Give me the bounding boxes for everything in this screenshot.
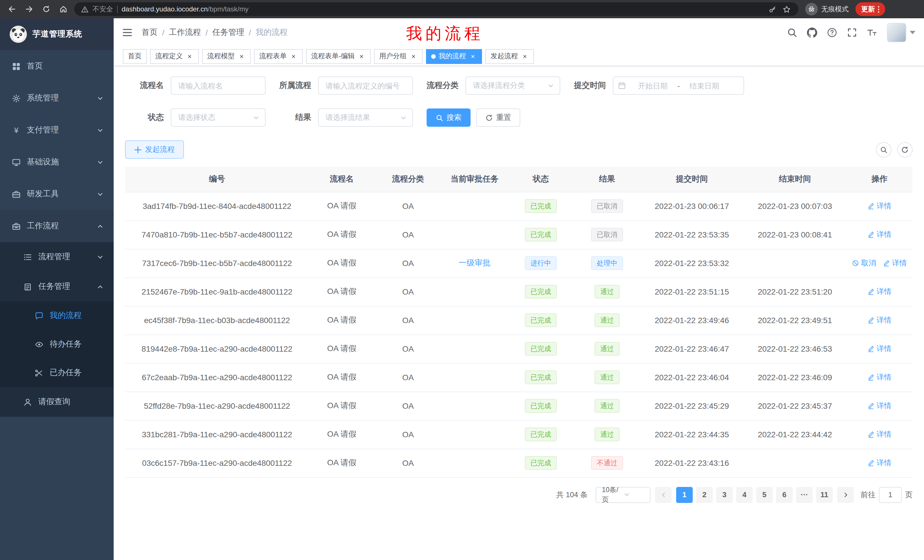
list-icon — [23, 253, 33, 261]
tab-发起流程[interactable]: 发起流程× — [485, 49, 534, 64]
cell-actions[interactable]: 详情 — [846, 449, 913, 477]
parent-process-input[interactable] — [318, 76, 413, 95]
tab-我的流程[interactable]: 我的流程× — [426, 49, 482, 64]
cell-actions[interactable]: 详情 — [846, 363, 913, 392]
current-task-link[interactable]: 一级审批 — [459, 258, 490, 267]
page-button-6[interactable]: 6 — [776, 487, 793, 503]
result-badge: 通过 — [594, 370, 620, 384]
sidebar-item-task-mgmt[interactable]: 任务管理 — [0, 272, 114, 301]
cell-actions[interactable]: 详情 — [846, 220, 913, 249]
github-icon[interactable] — [807, 27, 817, 38]
forward-icon[interactable] — [23, 3, 35, 15]
sidebar-item-done-task[interactable]: 已办任务 — [0, 358, 114, 387]
sidebar-item-system-mgmt[interactable]: 系统管理 — [0, 82, 114, 114]
user-menu[interactable] — [887, 23, 915, 42]
detail-button[interactable]: 详情 — [867, 372, 891, 382]
cell-actions[interactable]: 取消详情 — [846, 249, 913, 277]
sidebar-item-my-process[interactable]: 我的流程 — [0, 301, 114, 330]
tab-流程表单[interactable]: 流程表单× — [254, 49, 303, 64]
cell-actions[interactable]: 详情 — [846, 334, 913, 363]
close-icon[interactable]: × — [238, 52, 246, 60]
start-date-input[interactable] — [629, 81, 676, 90]
cell-actions[interactable]: 详情 — [846, 192, 913, 220]
breadcrumb-task-mgmt[interactable]: 任务管理 — [213, 27, 244, 38]
close-icon[interactable]: × — [410, 52, 417, 60]
page-button-5[interactable]: 5 — [756, 487, 772, 503]
prev-page-button[interactable] — [655, 487, 672, 503]
sidebar-item-payment-mgmt[interactable]: ¥支付管理 — [0, 114, 114, 146]
page-button-1[interactable]: 1 — [676, 487, 693, 503]
sidebar-item-process-mgmt[interactable]: 流程管理 — [0, 242, 114, 272]
detail-button[interactable]: 详情 — [867, 401, 891, 411]
next-page-button[interactable] — [837, 487, 854, 503]
sidebar-item-infrastructure[interactable]: 基础设施 — [0, 146, 114, 178]
process-name-input[interactable] — [171, 76, 266, 95]
cell-actions[interactable]: 详情 — [846, 420, 913, 449]
detail-button[interactable]: 详情 — [867, 458, 891, 468]
status-badge: 已完成 — [525, 428, 557, 441]
back-icon[interactable] — [6, 3, 18, 15]
submit-time-range-picker[interactable]: - — [613, 76, 744, 95]
update-button[interactable]: 更新 — [855, 2, 885, 16]
close-icon[interactable]: × — [521, 52, 529, 60]
close-icon[interactable]: × — [357, 52, 366, 60]
home-button-icon[interactable] — [57, 3, 70, 15]
cancel-button[interactable]: 取消 — [852, 258, 876, 268]
hide-search-button[interactable] — [876, 142, 891, 157]
sidebar-item-leave-query[interactable]: 请假查询 — [0, 387, 114, 417]
close-icon[interactable]: × — [469, 52, 477, 60]
sidebar-item-dev-tools[interactable]: 研发工具 — [0, 178, 114, 210]
detail-button[interactable]: 详情 — [867, 229, 891, 240]
detail-button[interactable]: 详情 — [867, 429, 891, 440]
end-date-input[interactable] — [681, 81, 728, 90]
sidebar-item-todo-task[interactable]: 待办任务 — [0, 330, 114, 358]
detail-button[interactable]: 详情 — [883, 258, 907, 268]
chevron-down-icon — [548, 82, 554, 89]
tab-流程定义[interactable]: 流程定义× — [150, 49, 199, 64]
bookmark-star-icon[interactable] — [781, 4, 792, 14]
start-process-button[interactable]: 发起流程 — [125, 141, 184, 159]
search-icon[interactable] — [787, 27, 797, 38]
font-size-icon[interactable] — [867, 27, 877, 38]
result-select[interactable]: 请选择流结果 — [318, 108, 413, 127]
sidebar-item-workflow[interactable]: 工作流程 — [0, 210, 114, 242]
app-logo[interactable]: 芋道管理系统 — [0, 18, 114, 50]
page-button-11[interactable]: 11 — [816, 487, 832, 503]
fullscreen-icon[interactable] — [847, 27, 857, 38]
tab-流程模型[interactable]: 流程模型× — [202, 49, 251, 64]
hamburger-icon[interactable] — [122, 28, 132, 37]
tab-流程表单-编辑[interactable]: 流程表单-编辑× — [306, 49, 370, 64]
page-button-4[interactable]: 4 — [736, 487, 753, 503]
help-icon[interactable] — [827, 27, 837, 38]
goto-page-input[interactable] — [879, 487, 902, 503]
page-button-2[interactable]: 2 — [696, 487, 713, 503]
reload-icon[interactable] — [40, 3, 52, 15]
sidebar-item-home[interactable]: 首页 — [0, 50, 114, 82]
address-bar[interactable]: 不安全 dashboard.yudao.iocoder.cn/bpm/task/… — [74, 2, 798, 16]
cell-submit-time: 2022-01-22 23:49:46 — [640, 306, 744, 334]
breadcrumb-home[interactable]: 首页 — [142, 27, 158, 38]
close-icon[interactable]: × — [290, 52, 297, 60]
tab-用户分组[interactable]: 用户分组× — [374, 49, 423, 64]
cell-actions[interactable]: 详情 — [846, 277, 913, 306]
detail-button[interactable]: 详情 — [867, 344, 891, 354]
reset-button[interactable]: 重置 — [476, 108, 520, 127]
detail-button[interactable]: 详情 — [867, 287, 891, 297]
detail-button[interactable]: 详情 — [867, 315, 891, 325]
cell-actions[interactable]: 详情 — [846, 392, 913, 420]
category-select[interactable]: 请选择流程分类 — [465, 76, 560, 95]
tab-首页[interactable]: 首页 — [123, 49, 147, 64]
key-icon[interactable] — [767, 4, 777, 14]
page-button-3[interactable]: 3 — [716, 487, 733, 503]
status-select[interactable]: 请选择状态 — [171, 108, 266, 127]
refresh-button[interactable] — [897, 142, 913, 157]
detail-button[interactable]: 详情 — [867, 201, 891, 211]
cell-status: 进行中 — [508, 249, 574, 277]
close-icon[interactable]: × — [186, 52, 194, 60]
cell-end-time: 2022-01-22 23:45:37 — [744, 392, 846, 420]
breadcrumb-workflow[interactable]: 工作流程 — [169, 27, 201, 38]
search-button[interactable]: 搜索 — [427, 108, 471, 127]
cell-actions[interactable]: 详情 — [846, 306, 913, 334]
more-pages-button[interactable]: ··· — [796, 487, 813, 503]
page-size-select[interactable]: 10条/页 — [596, 487, 651, 503]
